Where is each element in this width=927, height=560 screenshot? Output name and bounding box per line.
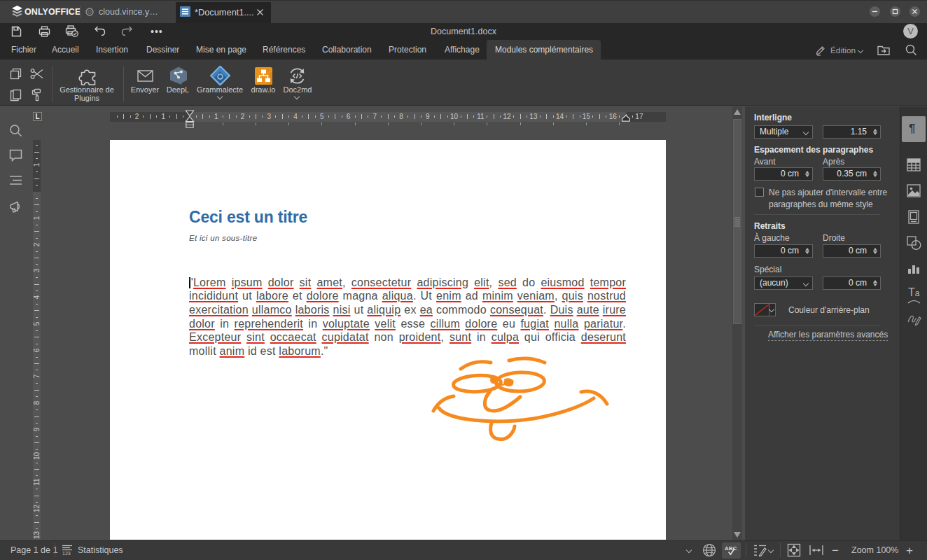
svg-text:ABC: ABC bbox=[725, 545, 737, 552]
svg-text:123: 123 bbox=[62, 551, 71, 556]
